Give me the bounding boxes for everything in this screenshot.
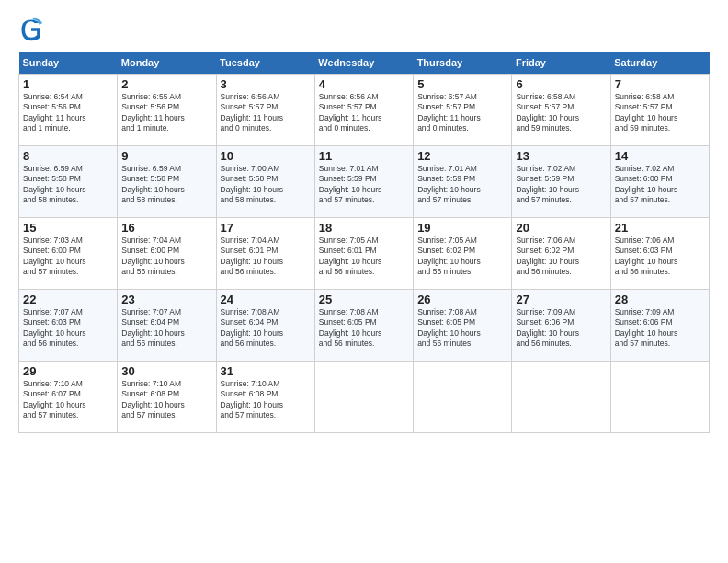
day-info: Sunrise: 7:04 AM Sunset: 6:01 PM Dayligh… [221, 236, 311, 278]
calendar-day-header: Friday [512, 52, 610, 75]
calendar-cell: 26Sunrise: 7:08 AM Sunset: 6:05 PM Dayli… [414, 290, 512, 362]
calendar-cell: 21Sunrise: 7:06 AM Sunset: 6:03 PM Dayli… [610, 218, 709, 290]
day-number: 4 [319, 77, 409, 91]
day-info: Sunrise: 7:08 AM Sunset: 6:04 PM Dayligh… [221, 307, 311, 350]
day-number: 10 [221, 149, 311, 163]
day-info: Sunrise: 7:07 AM Sunset: 6:04 PM Dayligh… [121, 307, 211, 350]
day-number: 22 [23, 293, 113, 306]
day-number: 23 [121, 293, 211, 306]
calendar-cell: 15Sunrise: 7:03 AM Sunset: 6:00 PM Dayli… [19, 218, 118, 290]
calendar-cell: 30Sunrise: 7:10 AM Sunset: 6:08 PM Dayli… [118, 362, 216, 433]
day-number: 12 [417, 149, 507, 163]
calendar-day-header: Thursday [414, 52, 512, 75]
calendar-cell: 1Sunrise: 6:54 AM Sunset: 5:56 PM Daylig… [19, 75, 118, 146]
calendar-cell [414, 362, 512, 433]
day-number: 9 [121, 149, 211, 163]
calendar-cell: 8Sunrise: 6:59 AM Sunset: 5:58 PM Daylig… [19, 146, 118, 218]
day-number: 14 [615, 149, 705, 163]
calendar-cell: 22Sunrise: 7:07 AM Sunset: 6:03 PM Dayli… [19, 290, 118, 362]
calendar-cell: 7Sunrise: 6:58 AM Sunset: 5:57 PM Daylig… [610, 75, 709, 146]
day-number: 30 [121, 364, 211, 378]
page-container: SundayMondayTuesdayWednesdayThursdayFrid… [0, 0, 728, 442]
calendar-cell: 16Sunrise: 7:04 AM Sunset: 6:00 PM Dayli… [118, 218, 216, 290]
day-info: Sunrise: 7:10 AM Sunset: 6:08 PM Dayligh… [221, 379, 311, 421]
day-number: 28 [615, 293, 705, 306]
day-info: Sunrise: 7:06 AM Sunset: 6:03 PM Dayligh… [615, 236, 705, 278]
day-number: 19 [417, 221, 507, 235]
day-info: Sunrise: 7:09 AM Sunset: 6:06 PM Dayligh… [516, 307, 606, 350]
calendar-cell: 9Sunrise: 6:59 AM Sunset: 5:58 PM Daylig… [118, 146, 216, 218]
calendar-cell: 5Sunrise: 6:57 AM Sunset: 5:57 PM Daylig… [414, 75, 512, 146]
day-number: 6 [516, 77, 606, 91]
calendar-cell: 6Sunrise: 6:58 AM Sunset: 5:57 PM Daylig… [512, 75, 610, 146]
day-info: Sunrise: 7:05 AM Sunset: 6:01 PM Dayligh… [319, 236, 409, 278]
day-info: Sunrise: 7:10 AM Sunset: 6:07 PM Dayligh… [23, 379, 113, 421]
calendar-cell: 28Sunrise: 7:09 AM Sunset: 6:06 PM Dayli… [610, 290, 709, 362]
calendar-cell: 23Sunrise: 7:07 AM Sunset: 6:04 PM Dayli… [118, 290, 216, 362]
calendar-week-row: 29Sunrise: 7:10 AM Sunset: 6:07 PM Dayli… [19, 362, 710, 433]
calendar-cell: 27Sunrise: 7:09 AM Sunset: 6:06 PM Dayli… [512, 290, 610, 362]
day-info: Sunrise: 6:58 AM Sunset: 5:57 PM Dayligh… [615, 92, 705, 134]
calendar-cell: 11Sunrise: 7:01 AM Sunset: 5:59 PM Dayli… [314, 146, 413, 218]
day-number: 11 [319, 149, 409, 163]
day-info: Sunrise: 7:10 AM Sunset: 6:08 PM Dayligh… [121, 379, 211, 421]
day-info: Sunrise: 6:56 AM Sunset: 5:57 PM Dayligh… [221, 92, 311, 134]
day-info: Sunrise: 6:59 AM Sunset: 5:58 PM Dayligh… [23, 164, 113, 206]
day-info: Sunrise: 7:06 AM Sunset: 6:02 PM Dayligh… [516, 236, 606, 278]
day-info: Sunrise: 6:58 AM Sunset: 5:57 PM Dayligh… [516, 92, 606, 134]
day-number: 3 [221, 77, 311, 91]
logo [18, 17, 48, 42]
day-info: Sunrise: 7:02 AM Sunset: 6:00 PM Dayligh… [615, 164, 705, 206]
day-info: Sunrise: 6:55 AM Sunset: 5:56 PM Dayligh… [121, 92, 211, 134]
calendar-cell [512, 362, 610, 433]
day-number: 7 [615, 77, 705, 91]
day-number: 8 [23, 149, 113, 163]
calendar-table: SundayMondayTuesdayWednesdayThursdayFrid… [18, 52, 710, 433]
day-number: 25 [319, 293, 409, 306]
logo-icon [18, 17, 44, 42]
calendar-cell: 12Sunrise: 7:01 AM Sunset: 5:59 PM Dayli… [414, 146, 512, 218]
calendar-week-row: 8Sunrise: 6:59 AM Sunset: 5:58 PM Daylig… [19, 146, 710, 218]
calendar-cell: 31Sunrise: 7:10 AM Sunset: 6:08 PM Dayli… [216, 362, 314, 433]
calendar-cell: 24Sunrise: 7:08 AM Sunset: 6:04 PM Dayli… [216, 290, 314, 362]
day-info: Sunrise: 6:57 AM Sunset: 5:57 PM Dayligh… [417, 92, 507, 134]
day-info: Sunrise: 7:02 AM Sunset: 5:59 PM Dayligh… [516, 164, 606, 206]
day-number: 24 [221, 293, 311, 306]
calendar-cell [314, 362, 413, 433]
day-info: Sunrise: 6:59 AM Sunset: 5:58 PM Dayligh… [121, 164, 211, 206]
day-number: 26 [417, 293, 507, 306]
calendar-cell: 17Sunrise: 7:04 AM Sunset: 6:01 PM Dayli… [216, 218, 314, 290]
day-info: Sunrise: 7:01 AM Sunset: 5:59 PM Dayligh… [417, 164, 507, 206]
calendar-cell: 14Sunrise: 7:02 AM Sunset: 6:00 PM Dayli… [610, 146, 709, 218]
calendar-cell: 4Sunrise: 6:56 AM Sunset: 5:57 PM Daylig… [314, 75, 413, 146]
calendar-day-header: Sunday [19, 52, 118, 75]
calendar-cell: 20Sunrise: 7:06 AM Sunset: 6:02 PM Dayli… [512, 218, 610, 290]
day-number: 29 [23, 364, 113, 378]
day-info: Sunrise: 7:01 AM Sunset: 5:59 PM Dayligh… [319, 164, 409, 206]
day-number: 20 [516, 221, 606, 235]
calendar-day-header: Saturday [610, 52, 709, 75]
day-number: 18 [319, 221, 409, 235]
day-number: 21 [615, 221, 705, 235]
day-info: Sunrise: 7:04 AM Sunset: 6:00 PM Dayligh… [121, 236, 211, 278]
calendar-cell: 29Sunrise: 7:10 AM Sunset: 6:07 PM Dayli… [19, 362, 118, 433]
page-header [18, 17, 710, 42]
day-info: Sunrise: 7:08 AM Sunset: 6:05 PM Dayligh… [319, 307, 409, 350]
calendar-cell: 10Sunrise: 7:00 AM Sunset: 5:58 PM Dayli… [216, 146, 314, 218]
calendar-cell: 19Sunrise: 7:05 AM Sunset: 6:02 PM Dayli… [414, 218, 512, 290]
day-number: 1 [23, 77, 113, 91]
day-number: 13 [516, 149, 606, 163]
calendar-header-row: SundayMondayTuesdayWednesdayThursdayFrid… [19, 52, 710, 75]
day-info: Sunrise: 7:09 AM Sunset: 6:06 PM Dayligh… [615, 307, 705, 350]
calendar-cell: 18Sunrise: 7:05 AM Sunset: 6:01 PM Dayli… [314, 218, 413, 290]
day-info: Sunrise: 6:56 AM Sunset: 5:57 PM Dayligh… [319, 92, 409, 134]
calendar-week-row: 1Sunrise: 6:54 AM Sunset: 5:56 PM Daylig… [19, 75, 710, 146]
day-number: 16 [121, 221, 211, 235]
day-number: 27 [516, 293, 606, 306]
day-number: 17 [221, 221, 311, 235]
calendar-cell: 3Sunrise: 6:56 AM Sunset: 5:57 PM Daylig… [216, 75, 314, 146]
day-info: Sunrise: 7:07 AM Sunset: 6:03 PM Dayligh… [23, 307, 113, 350]
day-info: Sunrise: 7:05 AM Sunset: 6:02 PM Dayligh… [417, 236, 507, 278]
day-number: 31 [221, 364, 311, 378]
calendar-day-header: Wednesday [314, 52, 413, 75]
